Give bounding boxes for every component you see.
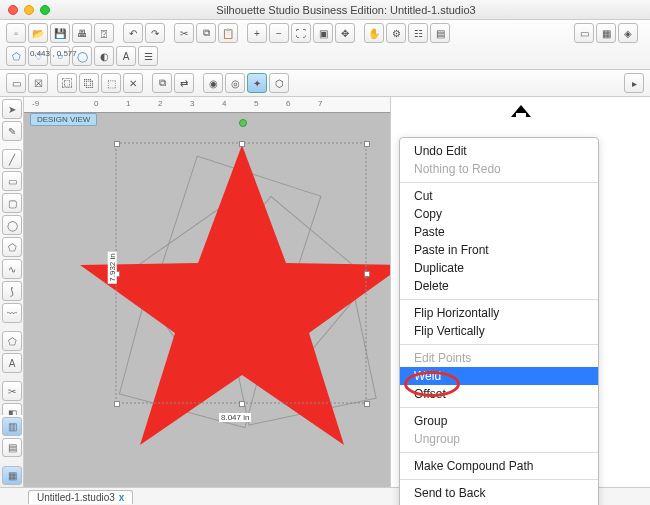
deselect-button[interactable]: ☒ bbox=[28, 73, 48, 93]
duplicate-tool-button[interactable]: ⧉ bbox=[152, 73, 172, 93]
ctx-make-compound[interactable]: Make Compound Path bbox=[400, 457, 598, 475]
ctx-redo: Nothing to Redo bbox=[400, 160, 598, 178]
zoom-selection-button[interactable]: ⛶ bbox=[291, 23, 311, 43]
coord-readout: 0.443 , 0.577 bbox=[26, 48, 81, 59]
canvas-area[interactable]: -9 0 1 2 3 4 5 6 7 DESIGN VIEW bbox=[24, 97, 390, 490]
polygon-tool-icon[interactable]: ⬠ bbox=[2, 237, 22, 257]
right-panel: Undo Edit Nothing to Redo Cut Copy Paste… bbox=[390, 97, 650, 490]
ctx-flip-v[interactable]: Flip Vertically bbox=[400, 322, 598, 340]
ctx-ungroup: Ungroup bbox=[400, 430, 598, 448]
minimize-window-button[interactable] bbox=[24, 5, 34, 15]
pan-button[interactable]: ✥ bbox=[335, 23, 355, 43]
registration-button[interactable]: ◈ bbox=[618, 23, 638, 43]
pointer-tool-icon[interactable]: ➤ bbox=[2, 99, 22, 119]
ctx-flip-h[interactable]: Flip Horizontally bbox=[400, 304, 598, 322]
handle-tr[interactable] bbox=[364, 141, 370, 147]
weld-button[interactable]: ◉ bbox=[203, 73, 223, 93]
print-button[interactable]: 🖶 bbox=[72, 23, 92, 43]
release-button[interactable]: ✕ bbox=[123, 73, 143, 93]
arc-tool-icon[interactable]: ⟆ bbox=[2, 281, 22, 301]
pentagon-icon[interactable]: ⬠ bbox=[2, 331, 22, 351]
window-title: Silhouette Studio Business Edition: Unti… bbox=[50, 4, 642, 16]
freehand-tool-icon[interactable]: 〰 bbox=[2, 303, 22, 323]
group-button[interactable]: ⿴ bbox=[57, 73, 77, 93]
page-tool-button[interactable]: ▭ bbox=[574, 23, 594, 43]
zoom-window-button[interactable] bbox=[40, 5, 50, 15]
star-shape bbox=[80, 145, 390, 445]
width-label: 8.047 in bbox=[219, 413, 251, 422]
curve-tool-icon[interactable]: ∿ bbox=[2, 259, 22, 279]
window-controls bbox=[8, 5, 50, 15]
main-area: ➤ ✎ ╱ ▭ ▢ ◯ ⬠ ∿ ⟆ 〰 ⬠ A ✂ ◧ -9 0 1 2 3 4… bbox=[0, 97, 650, 490]
view-mode-b-button[interactable]: ▤ bbox=[2, 438, 22, 457]
document-tab-label: Untitled-1.studio3 bbox=[37, 492, 115, 503]
paste-button[interactable]: 📋 bbox=[218, 23, 238, 43]
handle-tm[interactable] bbox=[239, 141, 245, 147]
ctx-offset[interactable]: Offset bbox=[400, 385, 598, 403]
more-icon[interactable]: ☰ bbox=[138, 46, 158, 66]
zoomin-button[interactable]: + bbox=[247, 23, 267, 43]
text-tool-icon[interactable]: A bbox=[2, 353, 22, 373]
grid-tool-button[interactable]: ▦ bbox=[596, 23, 616, 43]
ctx-paste-front[interactable]: Paste in Front bbox=[400, 241, 598, 259]
canvas[interactable]: 7.932 in 8.047 in bbox=[24, 113, 390, 490]
select-button[interactable]: ▭ bbox=[6, 73, 26, 93]
offset-button[interactable]: ◎ bbox=[225, 73, 245, 93]
ctx-delete[interactable]: Delete bbox=[400, 277, 598, 295]
settings-icon[interactable]: ⚙ bbox=[386, 23, 406, 43]
save-button[interactable]: 💾 bbox=[50, 23, 70, 43]
ungroup-button[interactable]: ⿻ bbox=[79, 73, 99, 93]
knife-tool-icon[interactable]: ✂ bbox=[2, 381, 22, 401]
handle-mr[interactable] bbox=[364, 271, 370, 277]
modify-button[interactable]: ✦ bbox=[247, 73, 267, 93]
gradient-tool-button[interactable]: ◐ bbox=[94, 46, 114, 66]
library-icon[interactable]: ▤ bbox=[430, 23, 450, 43]
coord-y: 0.577 bbox=[57, 49, 77, 58]
close-tab-icon[interactable]: x bbox=[119, 492, 125, 503]
edit-points-tool-icon[interactable]: ✎ bbox=[2, 121, 22, 141]
expand-panel-icon[interactable]: ▸ bbox=[624, 73, 644, 93]
ctx-paste[interactable]: Paste bbox=[400, 223, 598, 241]
zoomout-button[interactable]: − bbox=[269, 23, 289, 43]
document-tab[interactable]: Untitled-1.studio3 x bbox=[28, 490, 133, 504]
layers-icon[interactable]: ☷ bbox=[408, 23, 428, 43]
ctx-group[interactable]: Group bbox=[400, 412, 598, 430]
hand-icon[interactable]: ✋ bbox=[364, 23, 384, 43]
rect-tool-icon[interactable]: ▭ bbox=[2, 171, 22, 191]
ctx-weld[interactable]: Weld bbox=[400, 367, 598, 385]
text-style-button[interactable]: A bbox=[116, 46, 136, 66]
ctx-send-back[interactable]: Send to Back bbox=[400, 484, 598, 502]
open-file-button[interactable]: 📂 bbox=[28, 23, 48, 43]
view-mode-c-button[interactable]: ▦ bbox=[2, 466, 22, 485]
svg-marker-6 bbox=[511, 105, 531, 117]
handle-bl[interactable] bbox=[114, 401, 120, 407]
copy-button[interactable]: ⧉ bbox=[196, 23, 216, 43]
toolbar-row-2: ▭ ☒ ⿴ ⿻ ⬚ ✕ ⧉ ⇄ ◉ ◎ ✦ ⬡ ▸ bbox=[0, 70, 650, 97]
handle-bm[interactable] bbox=[239, 401, 245, 407]
view-mode-a-button[interactable]: ▥ bbox=[2, 417, 22, 436]
mirror-button[interactable]: ⇄ bbox=[174, 73, 194, 93]
pentagon-tool-button[interactable]: ⬠ bbox=[6, 46, 26, 66]
close-window-button[interactable] bbox=[8, 5, 18, 15]
panel-arrow-icon[interactable] bbox=[511, 105, 531, 119]
cube-button[interactable]: ⬡ bbox=[269, 73, 289, 93]
redo-button[interactable]: ↷ bbox=[145, 23, 165, 43]
handle-br[interactable] bbox=[364, 401, 370, 407]
undo-button[interactable]: ↶ bbox=[123, 23, 143, 43]
zoom-fit-button[interactable]: ▣ bbox=[313, 23, 333, 43]
handle-tl[interactable] bbox=[114, 141, 120, 147]
roundrect-tool-icon[interactable]: ▢ bbox=[2, 193, 22, 213]
send-button[interactable]: ⍰ bbox=[94, 23, 114, 43]
ellipse-tool-icon[interactable]: ◯ bbox=[2, 215, 22, 235]
ctx-undo[interactable]: Undo Edit bbox=[400, 142, 598, 160]
new-file-button[interactable]: ▫ bbox=[6, 23, 26, 43]
artwork bbox=[24, 113, 390, 490]
cut-button[interactable]: ✂ bbox=[174, 23, 194, 43]
ctx-duplicate[interactable]: Duplicate bbox=[400, 259, 598, 277]
line-tool-icon[interactable]: ╱ bbox=[2, 149, 22, 169]
ctx-cut[interactable]: Cut bbox=[400, 187, 598, 205]
compound-button[interactable]: ⬚ bbox=[101, 73, 121, 93]
ctx-edit-points: Edit Points bbox=[400, 349, 598, 367]
ctx-copy[interactable]: Copy bbox=[400, 205, 598, 223]
bottom-left-tools: ▥ ▤ ▦ bbox=[0, 415, 24, 487]
